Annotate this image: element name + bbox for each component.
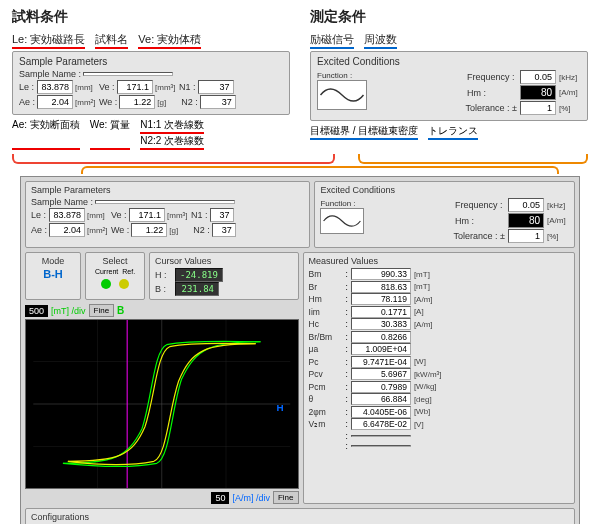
measured-row: 2φm:4.0405E-06[Wb] — [309, 406, 569, 418]
measured-value: 5.6967 — [351, 368, 411, 380]
tol-input-main[interactable]: 1 — [508, 229, 544, 243]
measured-row: Pc:9.7471E-04[W] — [309, 356, 569, 368]
measured-row: : — [309, 441, 569, 451]
excited-panel-title: Excited Conditions — [317, 56, 581, 67]
measured-row: Bm:990.33[mT] — [309, 268, 569, 280]
current-radio[interactable] — [101, 279, 111, 289]
tol-input[interactable]: 1 — [520, 101, 556, 115]
measured-row: : — [309, 431, 569, 441]
measured-value: 4.0405E-06 — [351, 406, 411, 418]
le-desc: Le: 実効磁路長 — [12, 32, 85, 49]
fine-button-x[interactable]: Fine — [273, 491, 299, 504]
we-desc: We: 質量 — [90, 118, 130, 150]
measured-row: Br:818.63[mT] — [309, 281, 569, 293]
excited-callout-title: 測定条件 — [310, 8, 588, 26]
measured-row: Pcm:0.7989[W/kg] — [309, 381, 569, 393]
measured-value: 78.119 — [351, 293, 411, 305]
ae-input-main[interactable]: 2.04 — [49, 223, 85, 237]
measured-row: μa:1.009E+04 — [309, 343, 569, 355]
measured-value: 6.6478E-02 — [351, 418, 411, 430]
measured-row: Hc:30.383[A/m] — [309, 318, 569, 330]
excited-callout: 測定条件 励磁信号 周波数 Excited Conditions Functio… — [310, 8, 588, 150]
x-scale-input[interactable]: 50 — [211, 492, 229, 504]
cursor-b-value: 231.84 — [175, 282, 219, 296]
ve-desc: Ve: 実効体積 — [138, 32, 201, 49]
measured-row: Hm:78.119[A/m] — [309, 293, 569, 305]
sample-name-input[interactable] — [83, 72, 173, 76]
sample-callout-title: 試料条件 — [12, 8, 290, 26]
sample-callout: 試料条件 Le: 実効磁路長 試料名 Ve: 実効体積 Sample Param… — [12, 8, 290, 150]
y-scale-input[interactable]: 500 — [25, 305, 48, 317]
freq-input[interactable]: 0.05 — [520, 70, 556, 84]
name-desc: 試料名 — [95, 32, 128, 49]
measured-value: 0.1771 — [351, 306, 411, 318]
le-input-main[interactable]: 83.878 — [49, 208, 85, 222]
target-desc: 目標磁界 / 目標磁束密度 — [310, 124, 418, 140]
n1-input-main[interactable]: 37 — [210, 208, 234, 222]
n2-input[interactable]: 37 — [200, 95, 236, 109]
measured-value: 0.8266 — [351, 331, 411, 343]
measured-value: 990.33 — [351, 268, 411, 280]
fine-button[interactable]: Fine — [89, 304, 115, 317]
main-app-window: Sample Parameters Sample Name : Le : 83.… — [20, 176, 580, 524]
ref-radio[interactable] — [119, 279, 129, 289]
mode-value[interactable]: B-H — [31, 268, 75, 280]
we-input[interactable]: 1.22 — [119, 95, 155, 109]
measured-value: 9.7471E-04 — [351, 356, 411, 368]
freq-input-main[interactable]: 0.05 — [508, 198, 544, 212]
ae-desc: Ae: 実効断面積 — [12, 118, 80, 150]
measured-row: θ:66.884[deg] — [309, 393, 569, 405]
sample-parameters-panel: Sample Parameters Sample Name : Le : 83.… — [25, 181, 310, 248]
svg-text:H: H — [276, 402, 283, 413]
mode-panel: Mode B-H — [25, 252, 81, 300]
n1-input[interactable]: 37 — [198, 80, 234, 94]
bh-curve-graph[interactable]: H — [25, 319, 299, 489]
cursor-h-value: -24.819 — [175, 268, 223, 282]
sine-wave-icon[interactable] — [317, 80, 367, 110]
measured-value: 818.63 — [351, 281, 411, 293]
excited-conditions-panel: Excited Conditions Function : Frequency … — [314, 181, 575, 248]
freq-desc: 周波数 — [364, 32, 397, 49]
ve-input[interactable]: 171.1 — [117, 80, 153, 94]
measured-value — [351, 435, 411, 437]
n2-input-main[interactable]: 37 — [212, 223, 236, 237]
sine-wave-icon-main[interactable] — [320, 208, 364, 234]
le-input[interactable]: 83.878 — [37, 80, 73, 94]
measured-value: 1.009E+04 — [351, 343, 411, 355]
sample-panel-title: Sample Parameters — [19, 56, 283, 67]
measured-value: 0.7989 — [351, 381, 411, 393]
ve-input-main[interactable]: 171.1 — [129, 208, 165, 222]
measured-row: Pcv:5.6967[kW/m³] — [309, 368, 569, 380]
measured-row: V₂m:6.6478E-02[V] — [309, 418, 569, 430]
select-panel: Select Current Ref. — [85, 252, 145, 300]
configurations-panel: Configurations Average :16 Pod Type :SY-… — [25, 508, 575, 524]
measured-values-panel: Measured Values Bm:990.33[mT]Br:818.63[m… — [303, 252, 575, 504]
measured-row: Br/Bm:0.8266 — [309, 331, 569, 343]
measured-value: 30.383 — [351, 318, 411, 330]
cursor-values-panel: Cursor Values H : -24.819 B : 231.84 — [149, 252, 299, 300]
hm-input[interactable]: 80 — [520, 85, 556, 100]
measured-value: 66.884 — [351, 393, 411, 405]
measured-row: Iim:0.1771[A] — [309, 306, 569, 318]
measured-value — [351, 445, 411, 447]
signal-desc: 励磁信号 — [310, 32, 354, 49]
tolerance-desc: トレランス — [428, 124, 478, 140]
hm-input-main[interactable]: 80 — [508, 213, 544, 228]
ae-input[interactable]: 2.04 — [37, 95, 73, 109]
sample-name-input-main[interactable] — [95, 200, 235, 204]
we-input-main[interactable]: 1.22 — [131, 223, 167, 237]
b-axis-label: B — [117, 305, 124, 316]
